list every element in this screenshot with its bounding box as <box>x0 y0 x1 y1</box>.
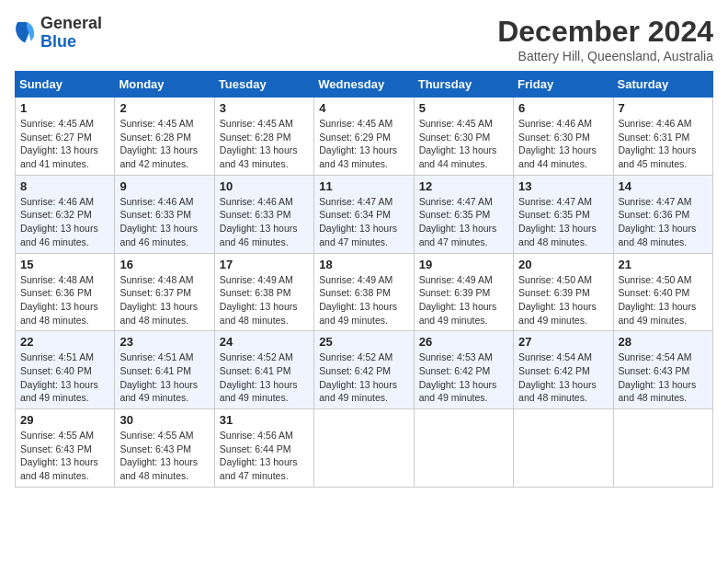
calendar-week-row: 8Sunrise: 4:46 AMSunset: 6:32 PMDaylight… <box>16 175 713 253</box>
day-number: 21 <box>619 258 708 271</box>
month-title: December 2024 <box>497 15 713 49</box>
cell-info: Sunrise: 4:46 AMSunset: 6:33 PMDaylight:… <box>119 195 209 249</box>
calendar-cell: 1Sunrise: 4:45 AMSunset: 6:27 PMDaylight… <box>16 98 115 176</box>
day-number: 14 <box>619 179 708 193</box>
cell-info: Sunrise: 4:46 AMSunset: 6:33 PMDaylight:… <box>220 195 309 249</box>
logo: General Blue <box>15 15 102 52</box>
day-of-week-header: Sunday <box>16 72 115 98</box>
day-number: 1 <box>20 101 109 115</box>
cell-info: Sunrise: 4:51 AMSunset: 6:41 PMDaylight:… <box>119 350 209 405</box>
day-of-week-header: Monday <box>115 72 214 98</box>
calendar-cell: 31Sunrise: 4:56 AMSunset: 6:44 PMDayligh… <box>214 409 313 488</box>
cell-info: Sunrise: 4:49 AMSunset: 6:39 PMDaylight:… <box>419 273 508 327</box>
title-block: December 2024 Battery Hill, Queensland, … <box>497 15 713 63</box>
calendar-cell: 7Sunrise: 4:46 AMSunset: 6:31 PMDaylight… <box>613 98 712 176</box>
calendar-week-row: 29Sunrise: 4:55 AMSunset: 6:43 PMDayligh… <box>16 409 713 488</box>
day-number: 4 <box>319 101 408 115</box>
cell-info: Sunrise: 4:49 AMSunset: 6:38 PMDaylight:… <box>319 273 408 327</box>
cell-info: Sunrise: 4:48 AMSunset: 6:37 PMDaylight:… <box>119 273 209 327</box>
day-number: 5 <box>419 101 508 115</box>
cell-info: Sunrise: 4:55 AMSunset: 6:43 PMDaylight:… <box>119 429 209 483</box>
calendar-cell: 13Sunrise: 4:47 AMSunset: 6:35 PMDayligh… <box>514 175 613 253</box>
calendar-cell: 17Sunrise: 4:49 AMSunset: 6:38 PMDayligh… <box>214 253 313 331</box>
day-number: 20 <box>518 258 608 271</box>
calendar-cell: 10Sunrise: 4:46 AMSunset: 6:33 PMDayligh… <box>214 175 313 253</box>
calendar-cell: 9Sunrise: 4:46 AMSunset: 6:33 PMDaylight… <box>115 175 214 253</box>
calendar-cell: 27Sunrise: 4:54 AMSunset: 6:42 PMDayligh… <box>514 331 613 409</box>
calendar-header-row: SundayMondayTuesdayWednesdayThursdayFrid… <box>16 72 713 98</box>
day-number: 26 <box>419 335 508 349</box>
calendar-cell: 2Sunrise: 4:45 AMSunset: 6:28 PMDaylight… <box>115 98 214 176</box>
cell-info: Sunrise: 4:56 AMSunset: 6:44 PMDaylight:… <box>220 429 309 483</box>
day-number: 25 <box>319 335 408 349</box>
calendar-cell: 8Sunrise: 4:46 AMSunset: 6:32 PMDaylight… <box>16 175 115 253</box>
calendar-cell: 16Sunrise: 4:48 AMSunset: 6:37 PMDayligh… <box>115 253 214 331</box>
calendar-week-row: 1Sunrise: 4:45 AMSunset: 6:27 PMDaylight… <box>16 98 713 176</box>
cell-info: Sunrise: 4:53 AMSunset: 6:42 PMDaylight:… <box>419 350 508 405</box>
calendar-cell: 14Sunrise: 4:47 AMSunset: 6:36 PMDayligh… <box>613 175 712 253</box>
cell-info: Sunrise: 4:47 AMSunset: 6:34 PMDaylight:… <box>319 195 408 249</box>
day-number: 24 <box>220 335 309 349</box>
day-number: 10 <box>220 179 309 193</box>
cell-info: Sunrise: 4:45 AMSunset: 6:30 PMDaylight:… <box>419 117 508 171</box>
day-number: 28 <box>619 335 708 349</box>
calendar-cell: 22Sunrise: 4:51 AMSunset: 6:40 PMDayligh… <box>16 331 115 409</box>
day-number: 7 <box>619 101 708 115</box>
day-number: 17 <box>220 258 309 271</box>
day-number: 22 <box>20 335 109 349</box>
calendar-cell: 21Sunrise: 4:50 AMSunset: 6:40 PMDayligh… <box>613 253 712 331</box>
day-of-week-header: Thursday <box>414 72 513 98</box>
day-number: 31 <box>220 413 309 427</box>
page-header: General Blue December 2024 Battery Hill,… <box>15 15 713 63</box>
day-number: 27 <box>518 335 608 349</box>
cell-info: Sunrise: 4:47 AMSunset: 6:35 PMDaylight:… <box>419 195 508 249</box>
calendar-cell: 24Sunrise: 4:52 AMSunset: 6:41 PMDayligh… <box>214 331 313 409</box>
cell-info: Sunrise: 4:47 AMSunset: 6:35 PMDaylight:… <box>518 195 608 249</box>
calendar-cell: 4Sunrise: 4:45 AMSunset: 6:29 PMDaylight… <box>314 98 414 176</box>
cell-info: Sunrise: 4:47 AMSunset: 6:36 PMDaylight:… <box>619 195 708 249</box>
logo-text: General Blue <box>40 15 102 52</box>
calendar-cell: 30Sunrise: 4:55 AMSunset: 6:43 PMDayligh… <box>115 409 214 488</box>
calendar-table: SundayMondayTuesdayWednesdayThursdayFrid… <box>15 71 713 488</box>
calendar-cell: 18Sunrise: 4:49 AMSunset: 6:38 PMDayligh… <box>314 253 414 331</box>
day-of-week-header: Wednesday <box>314 72 414 98</box>
calendar-cell: 29Sunrise: 4:55 AMSunset: 6:43 PMDayligh… <box>16 409 115 488</box>
cell-info: Sunrise: 4:46 AMSunset: 6:31 PMDaylight:… <box>619 117 708 171</box>
calendar-week-row: 15Sunrise: 4:48 AMSunset: 6:36 PMDayligh… <box>16 253 713 331</box>
cell-info: Sunrise: 4:52 AMSunset: 6:42 PMDaylight:… <box>319 350 408 405</box>
cell-info: Sunrise: 4:45 AMSunset: 6:28 PMDaylight:… <box>220 117 309 171</box>
logo-icon <box>15 20 37 46</box>
cell-info: Sunrise: 4:55 AMSunset: 6:43 PMDaylight:… <box>20 429 109 483</box>
location: Battery Hill, Queensland, Australia <box>497 49 713 63</box>
calendar-week-row: 22Sunrise: 4:51 AMSunset: 6:40 PMDayligh… <box>16 331 713 409</box>
cell-info: Sunrise: 4:54 AMSunset: 6:43 PMDaylight:… <box>619 350 708 405</box>
cell-info: Sunrise: 4:45 AMSunset: 6:27 PMDaylight:… <box>20 117 109 171</box>
day-number: 6 <box>518 101 608 115</box>
calendar-cell <box>613 409 712 488</box>
day-number: 30 <box>119 413 209 427</box>
day-number: 2 <box>119 101 209 115</box>
cell-info: Sunrise: 4:49 AMSunset: 6:38 PMDaylight:… <box>220 273 309 327</box>
calendar-body: 1Sunrise: 4:45 AMSunset: 6:27 PMDaylight… <box>16 98 713 488</box>
calendar-cell <box>514 409 613 488</box>
cell-info: Sunrise: 4:48 AMSunset: 6:36 PMDaylight:… <box>20 273 109 327</box>
day-of-week-header: Saturday <box>613 72 712 98</box>
cell-info: Sunrise: 4:51 AMSunset: 6:40 PMDaylight:… <box>20 350 109 405</box>
calendar-cell: 20Sunrise: 4:50 AMSunset: 6:39 PMDayligh… <box>514 253 613 331</box>
cell-info: Sunrise: 4:50 AMSunset: 6:40 PMDaylight:… <box>619 273 708 327</box>
day-number: 12 <box>419 179 508 193</box>
calendar-cell: 28Sunrise: 4:54 AMSunset: 6:43 PMDayligh… <box>613 331 712 409</box>
day-number: 13 <box>518 179 608 193</box>
day-number: 3 <box>220 101 309 115</box>
calendar-cell: 15Sunrise: 4:48 AMSunset: 6:36 PMDayligh… <box>16 253 115 331</box>
day-number: 29 <box>20 413 109 427</box>
day-number: 23 <box>119 335 209 349</box>
calendar-cell: 23Sunrise: 4:51 AMSunset: 6:41 PMDayligh… <box>115 331 214 409</box>
calendar-cell: 26Sunrise: 4:53 AMSunset: 6:42 PMDayligh… <box>414 331 513 409</box>
calendar-cell: 5Sunrise: 4:45 AMSunset: 6:30 PMDaylight… <box>414 98 513 176</box>
day-of-week-header: Friday <box>514 72 613 98</box>
day-number: 15 <box>20 258 109 271</box>
day-number: 19 <box>419 258 508 271</box>
day-number: 16 <box>119 258 209 271</box>
cell-info: Sunrise: 4:45 AMSunset: 6:28 PMDaylight:… <box>119 117 209 171</box>
